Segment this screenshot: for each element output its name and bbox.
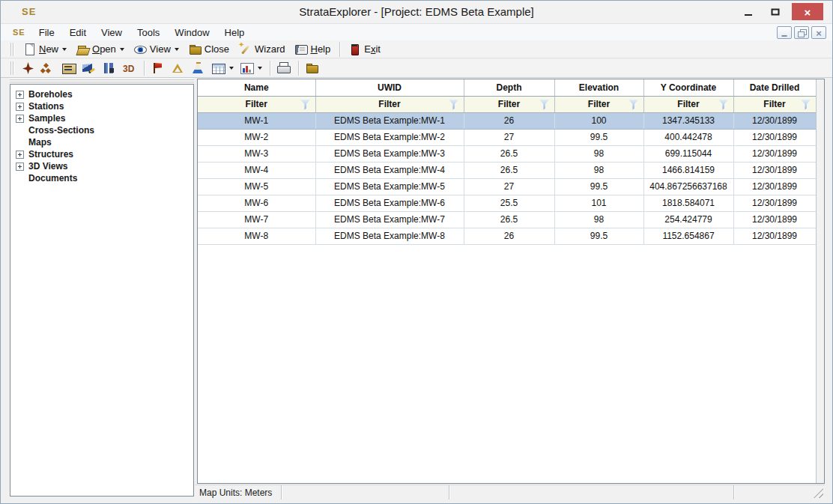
- filter-funnel-icon[interactable]: [718, 100, 729, 110]
- toolbar-close-button[interactable]: Close: [184, 41, 233, 58]
- filter-cell-name[interactable]: Filter: [198, 96, 315, 112]
- column-header-elevation[interactable]: Elevation: [554, 79, 643, 96]
- cell-uwid[interactable]: EDMS Beta Example:MW-5: [315, 178, 464, 195]
- cell-date-drilled[interactable]: 12/30/1899: [733, 178, 816, 195]
- cross-section-button[interactable]: [79, 60, 98, 76]
- toolbar-new-button[interactable]: New: [19, 41, 70, 58]
- filter-funnel-icon[interactable]: [628, 100, 639, 110]
- cell-name[interactable]: MW-4: [198, 162, 315, 178]
- filter-cell-uwid[interactable]: Filter: [315, 96, 464, 112]
- cell-uwid[interactable]: EDMS Beta Example:MW-4: [315, 162, 464, 178]
- cell-depth[interactable]: 26.5: [464, 145, 554, 162]
- cell-y-coordinate[interactable]: 254.424779: [643, 211, 733, 228]
- vertical-scrollbar[interactable]: [816, 79, 824, 483]
- warning-triangle-button[interactable]: [169, 60, 187, 76]
- tree-item-samples[interactable]: Samples: [10, 112, 193, 124]
- cell-elevation[interactable]: 100: [554, 112, 643, 129]
- filter-funnel-icon[interactable]: [801, 100, 811, 110]
- cell-uwid[interactable]: EDMS Beta Example:MW-6: [315, 195, 464, 211]
- expand-plus-icon[interactable]: [16, 163, 24, 171]
- cell-name[interactable]: MW-7: [198, 211, 315, 228]
- cell-date-drilled[interactable]: 12/30/1899: [733, 211, 816, 228]
- cell-y-coordinate[interactable]: 404.867256637168: [643, 178, 733, 195]
- cell-y-coordinate[interactable]: 400.442478: [643, 129, 733, 145]
- cell-uwid[interactable]: EDMS Beta Example:MW-2: [315, 129, 464, 145]
- cell-uwid[interactable]: EDMS Beta Example:MW-1: [315, 112, 464, 129]
- close-button[interactable]: ×: [792, 3, 823, 20]
- dropdown-caret-icon[interactable]: [258, 67, 262, 70]
- cell-date-drilled[interactable]: 12/30/1899: [733, 162, 816, 178]
- column-header-depth[interactable]: Depth: [464, 79, 554, 96]
- tree-item-structures[interactable]: Structures: [10, 148, 193, 160]
- column-header-y-coordinate[interactable]: Y Coordinate: [643, 79, 733, 96]
- cell-uwid[interactable]: EDMS Beta Example:MW-8: [315, 228, 464, 244]
- table-row[interactable]: MW-5EDMS Beta Example:MW-52799.5404.8672…: [198, 178, 816, 195]
- tree-item-stations[interactable]: Stations: [10, 100, 193, 112]
- cell-y-coordinate[interactable]: 1466.814159: [643, 162, 733, 178]
- table-row[interactable]: MW-1EDMS Beta Example:MW-1261001347.3451…: [198, 112, 816, 129]
- cell-y-coordinate[interactable]: 699.115044: [643, 145, 733, 162]
- filter-funnel-icon[interactable]: [300, 100, 311, 110]
- column-header-uwid[interactable]: UWID: [315, 79, 464, 96]
- dropdown-caret-icon[interactable]: [229, 67, 234, 70]
- toolbar-view-button[interactable]: View: [130, 41, 183, 58]
- cell-depth[interactable]: 26.5: [464, 162, 554, 178]
- table-row[interactable]: MW-6EDMS Beta Example:MW-625.51011818.58…: [198, 195, 816, 211]
- cell-y-coordinate[interactable]: 1152.654867: [643, 228, 733, 244]
- cell-depth[interactable]: 25.5: [464, 195, 554, 211]
- 3d-view-button[interactable]: [120, 60, 139, 76]
- toolbar-exit-button[interactable]: Exit: [344, 41, 384, 58]
- dropdown-caret-icon[interactable]: [175, 48, 179, 51]
- cell-elevation[interactable]: 99.5: [554, 129, 643, 145]
- borehole-point-button[interactable]: [19, 60, 37, 76]
- cell-name[interactable]: MW-8: [198, 228, 315, 244]
- expand-plus-icon[interactable]: [16, 91, 24, 99]
- tree-item-documents[interactable]: Documents: [10, 172, 193, 184]
- close-project-folder-button[interactable]: [303, 60, 321, 76]
- cell-name[interactable]: MW-6: [198, 195, 315, 211]
- toolbar-help-button[interactable]: Help: [291, 41, 335, 58]
- cell-depth[interactable]: 27: [464, 178, 554, 195]
- cell-elevation[interactable]: 99.5: [554, 228, 643, 244]
- print-button[interactable]: [274, 60, 293, 76]
- table-button[interactable]: [209, 60, 236, 76]
- table-row[interactable]: MW-8EDMS Beta Example:MW-82699.51152.654…: [198, 228, 816, 244]
- expand-plus-icon[interactable]: [16, 151, 24, 159]
- resize-grip[interactable]: [814, 488, 823, 498]
- minimize-button[interactable]: [738, 3, 759, 20]
- menu-item-file[interactable]: File: [31, 25, 62, 40]
- filter-funnel-icon[interactable]: [539, 100, 550, 110]
- cell-date-drilled[interactable]: 12/30/1899: [733, 145, 816, 162]
- column-header-date-drilled[interactable]: Date Drilled: [733, 79, 816, 96]
- flask-button[interactable]: [189, 60, 208, 76]
- cell-date-drilled[interactable]: 12/30/1899: [733, 112, 816, 129]
- cell-elevation[interactable]: 101: [554, 195, 643, 211]
- scatter-points-button[interactable]: [39, 60, 58, 76]
- tree-item-boreholes[interactable]: Boreholes: [10, 88, 193, 100]
- cell-uwid[interactable]: EDMS Beta Example:MW-3: [315, 145, 464, 162]
- filter-cell-elevation[interactable]: Filter: [554, 96, 643, 112]
- cell-y-coordinate[interactable]: 1818.584071: [643, 195, 733, 211]
- tree-item-maps[interactable]: Maps: [10, 136, 193, 148]
- cell-date-drilled[interactable]: 12/30/1899: [733, 228, 816, 244]
- menu-item-window[interactable]: Window: [167, 25, 216, 40]
- expand-plus-icon[interactable]: [16, 103, 24, 111]
- toolbar-wizard-button[interactable]: Wizard: [234, 41, 288, 58]
- dropdown-caret-icon[interactable]: [120, 48, 124, 51]
- fence-diagram-button[interactable]: [100, 60, 118, 76]
- filter-funnel-icon[interactable]: [449, 100, 459, 110]
- mdi-restore-button[interactable]: [794, 26, 809, 39]
- system-menu-icon[interactable]: SE: [1, 28, 31, 37]
- table-row[interactable]: MW-2EDMS Beta Example:MW-22799.5400.4424…: [198, 129, 816, 145]
- tree-panel-dock-grip[interactable]: [10, 79, 194, 82]
- filter-cell-y-coordinate[interactable]: Filter: [643, 96, 733, 112]
- cell-depth[interactable]: 26: [464, 228, 554, 244]
- cell-uwid[interactable]: EDMS Beta Example:MW-7: [315, 211, 464, 228]
- cell-depth[interactable]: 26.5: [464, 211, 554, 228]
- cell-name[interactable]: MW-1: [198, 112, 315, 129]
- menu-item-tools[interactable]: Tools: [130, 25, 167, 40]
- expand-plus-icon[interactable]: [16, 115, 24, 123]
- menu-item-help[interactable]: Help: [217, 25, 252, 40]
- cell-name[interactable]: MW-5: [198, 178, 315, 195]
- chart-button[interactable]: [237, 60, 264, 76]
